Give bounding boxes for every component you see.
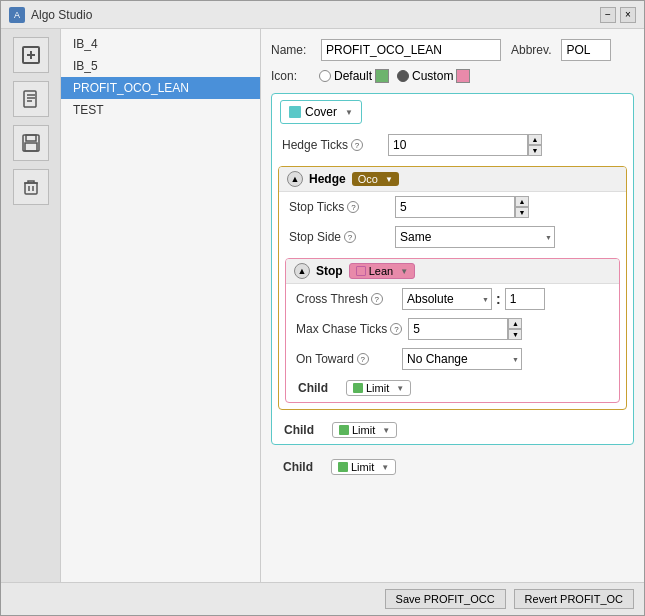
name-row: Name: Abbrev. bbox=[271, 39, 634, 61]
stop-ticks-up[interactable]: ▲ bbox=[515, 196, 529, 207]
cover-dropdown[interactable]: Cover ▼ bbox=[280, 100, 362, 124]
child-2-limit-badge[interactable]: Limit ▼ bbox=[332, 422, 397, 438]
child-1-arrow: ▼ bbox=[396, 384, 404, 393]
cover-row: Cover ▼ bbox=[272, 94, 633, 130]
stop-side-label: Stop Side ? bbox=[289, 230, 389, 244]
cover-color-swatch bbox=[289, 106, 301, 118]
lean-color-swatch bbox=[356, 266, 366, 276]
nav-item-ib4[interactable]: IB_4 bbox=[61, 33, 260, 55]
stop-side-select[interactable]: Same bbox=[395, 226, 555, 248]
hedge-ticks-spinbtns: ▲ ▼ bbox=[528, 134, 542, 156]
stop-ticks-help[interactable]: ? bbox=[347, 201, 359, 213]
icon-label: Icon: bbox=[271, 69, 311, 83]
minimize-button[interactable]: − bbox=[600, 7, 616, 23]
child-1-limit-badge[interactable]: Limit ▼ bbox=[346, 380, 411, 396]
svg-rect-8 bbox=[26, 135, 36, 141]
max-chase-up[interactable]: ▲ bbox=[508, 318, 522, 329]
child-3-limit-badge[interactable]: Limit ▼ bbox=[331, 459, 396, 475]
stop-side-row: Stop Side ? Same bbox=[279, 222, 626, 252]
colon-sep: : bbox=[496, 291, 501, 307]
max-chase-row: Max Chase Ticks ? ▲ ▼ bbox=[286, 314, 619, 344]
hedge-ticks-spin: ▲ ▼ bbox=[388, 134, 542, 156]
stop-collapse-btn[interactable]: ▲ bbox=[294, 263, 310, 279]
child-label-1: Child bbox=[298, 381, 338, 395]
stop-ticks-label: Stop Ticks ? bbox=[289, 200, 389, 214]
nav-item-profit[interactable]: PROFIT_OCO_LEAN bbox=[61, 77, 260, 99]
stop-side-help[interactable]: ? bbox=[344, 231, 356, 243]
title-bar-left: A Algo Studio bbox=[9, 7, 92, 23]
lean-dropdown-arrow: ▼ bbox=[400, 267, 408, 276]
hedge-ticks-help[interactable]: ? bbox=[351, 139, 363, 151]
content-area: Name: Abbrev. Icon: Default Custom bbox=[261, 29, 644, 582]
max-chase-help[interactable]: ? bbox=[390, 323, 402, 335]
stop-ticks-down[interactable]: ▼ bbox=[515, 207, 529, 218]
default-color-swatch bbox=[375, 69, 389, 83]
save-button[interactable]: Save PROFIT_OCC bbox=[385, 589, 506, 609]
nav-item-test[interactable]: TEST bbox=[61, 99, 260, 121]
stop-ticks-spin: ▲ ▼ bbox=[395, 196, 529, 218]
revert-button[interactable]: Revert PROFIT_OC bbox=[514, 589, 634, 609]
radio-default-label: Default bbox=[334, 69, 372, 83]
cover-section: Cover ▼ Hedge Ticks ? ▲ ▼ bbox=[271, 93, 634, 445]
main-window: A Algo Studio − × bbox=[0, 0, 645, 616]
abbrev-input[interactable] bbox=[561, 39, 611, 61]
radio-default-option[interactable]: Default bbox=[319, 69, 389, 83]
stop-title: Stop bbox=[316, 264, 343, 278]
child-1-value: Limit bbox=[366, 382, 389, 394]
nav-panel: IB_4 IB_5 PROFIT_OCO_LEAN TEST bbox=[61, 29, 261, 582]
radio-custom-option[interactable]: Custom bbox=[397, 69, 470, 83]
sidebar bbox=[1, 29, 61, 582]
title-bar: A Algo Studio − × bbox=[1, 1, 644, 29]
bottom-bar: Save PROFIT_OCC Revert PROFIT_OC bbox=[1, 582, 644, 615]
hedge-ticks-row: Hedge Ticks ? ▲ ▼ bbox=[272, 130, 633, 160]
child-label-3: Child bbox=[283, 460, 323, 474]
child-2-arrow: ▼ bbox=[382, 426, 390, 435]
cross-thresh-help[interactable]: ? bbox=[371, 293, 383, 305]
cross-thresh-row: Cross Thresh ? Absolute : bbox=[286, 284, 619, 314]
on-toward-row: On Toward ? No Change bbox=[286, 344, 619, 374]
radio-default-dot bbox=[319, 70, 331, 82]
child-3-value: Limit bbox=[351, 461, 374, 473]
hedge-collapse-btn[interactable]: ▲ bbox=[287, 171, 303, 187]
hedge-ticks-down[interactable]: ▼ bbox=[528, 145, 542, 156]
delete-button[interactable] bbox=[13, 169, 49, 205]
stop-inner-section: ▲ Stop Lean ▼ Cross Thresh bbox=[285, 258, 620, 403]
close-button[interactable]: × bbox=[620, 7, 636, 23]
document-button[interactable] bbox=[13, 81, 49, 117]
oco-badge: Oco ▼ bbox=[352, 172, 399, 186]
max-chase-spinbtns: ▲ ▼ bbox=[508, 318, 522, 340]
add-button[interactable] bbox=[13, 37, 49, 73]
icon-row: Icon: Default Custom bbox=[271, 69, 634, 83]
on-toward-select[interactable]: No Change bbox=[402, 348, 522, 370]
radio-custom-label: Custom bbox=[412, 69, 453, 83]
nav-item-ib5[interactable]: IB_5 bbox=[61, 55, 260, 77]
cross-thresh-type-wrapper: Absolute bbox=[402, 288, 492, 310]
hedge-ticks-input[interactable] bbox=[388, 134, 528, 156]
cross-thresh-value-input[interactable] bbox=[505, 288, 545, 310]
save-button[interactable] bbox=[13, 125, 49, 161]
abbrev-label: Abbrev. bbox=[511, 43, 551, 57]
max-chase-input[interactable] bbox=[408, 318, 508, 340]
on-toward-label: On Toward ? bbox=[296, 352, 396, 366]
lean-badge: Lean ▼ bbox=[349, 263, 415, 279]
on-toward-help[interactable]: ? bbox=[357, 353, 369, 365]
hedge-header: ▲ Hedge Oco ▼ bbox=[279, 167, 626, 192]
name-input[interactable] bbox=[321, 39, 501, 61]
max-chase-down[interactable]: ▼ bbox=[508, 329, 522, 340]
cover-dropdown-arrow: ▼ bbox=[345, 108, 353, 117]
stop-side-select-wrapper: Same bbox=[395, 226, 555, 248]
main-layout: IB_4 IB_5 PROFIT_OCO_LEAN TEST Name: Abb… bbox=[1, 29, 644, 582]
child-row-2: Child Limit ▼ bbox=[272, 416, 633, 444]
hedge-section: ▲ Hedge Oco ▼ Stop Ticks ? bbox=[278, 166, 627, 410]
cross-thresh-label: Cross Thresh ? bbox=[296, 292, 396, 306]
max-chase-label: Max Chase Ticks ? bbox=[296, 322, 402, 336]
stop-ticks-input[interactable] bbox=[395, 196, 515, 218]
on-toward-select-wrapper: No Change bbox=[402, 348, 522, 370]
cross-thresh-type-select[interactable]: Absolute bbox=[402, 288, 492, 310]
child-1-color bbox=[353, 383, 363, 393]
svg-rect-11 bbox=[25, 183, 37, 194]
stop-ticks-spinbtns: ▲ ▼ bbox=[515, 196, 529, 218]
max-chase-spin: ▲ ▼ bbox=[408, 318, 522, 340]
hedge-ticks-up[interactable]: ▲ bbox=[528, 134, 542, 145]
hedge-title: Hedge bbox=[309, 172, 346, 186]
